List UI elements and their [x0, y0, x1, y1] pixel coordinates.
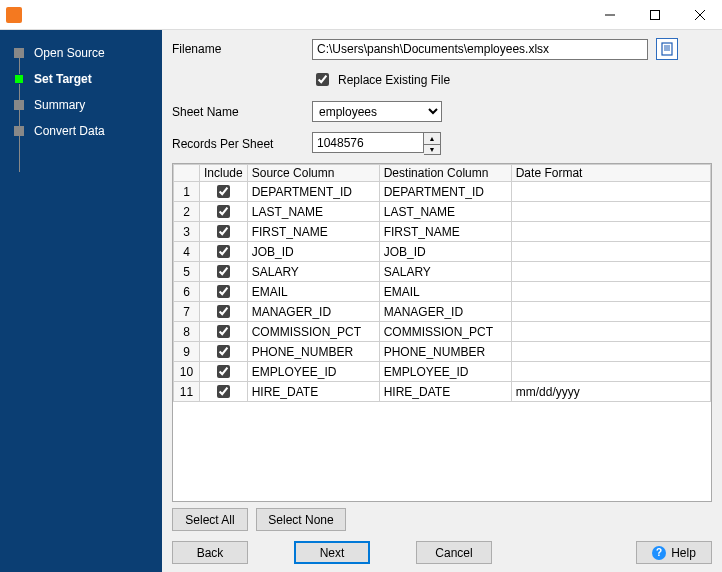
sidebar: Open Source Set Target Summary Convert D…	[0, 30, 162, 572]
row-number: 6	[174, 282, 200, 302]
table-row[interactable]: 1DEPARTMENT_IDDEPARTMENT_ID	[174, 182, 711, 202]
help-icon: ?	[652, 546, 666, 560]
help-button[interactable]: ? Help	[636, 541, 712, 564]
date-format-cell[interactable]	[511, 342, 710, 362]
sidebar-item-label: Summary	[34, 98, 85, 112]
row-number: 10	[174, 362, 200, 382]
dest-column-cell[interactable]: EMAIL	[379, 282, 511, 302]
dest-column-cell[interactable]: FIRST_NAME	[379, 222, 511, 242]
table-row[interactable]: 5SALARYSALARY	[174, 262, 711, 282]
sidebar-item-convert-data[interactable]: Convert Data	[0, 118, 162, 144]
include-checkbox[interactable]	[217, 285, 230, 298]
dest-column-cell[interactable]: COMMISSION_PCT	[379, 322, 511, 342]
browse-button[interactable]	[656, 38, 678, 60]
include-checkbox[interactable]	[217, 225, 230, 238]
close-icon	[695, 10, 705, 20]
sidebar-item-label: Open Source	[34, 46, 105, 60]
date-format-cell[interactable]	[511, 182, 710, 202]
source-column-cell[interactable]: MANAGER_ID	[247, 302, 379, 322]
row-number: 1	[174, 182, 200, 202]
source-column-cell[interactable]: LAST_NAME	[247, 202, 379, 222]
source-column-cell[interactable]: FIRST_NAME	[247, 222, 379, 242]
sheet-name-select[interactable]: employees	[312, 101, 442, 122]
source-column-cell[interactable]: COMMISSION_PCT	[247, 322, 379, 342]
include-checkbox[interactable]	[217, 245, 230, 258]
include-checkbox[interactable]	[217, 265, 230, 278]
table-row[interactable]: 6EMAILEMAIL	[174, 282, 711, 302]
sidebar-item-open-source[interactable]: Open Source	[0, 40, 162, 66]
row-number: 8	[174, 322, 200, 342]
step-node-icon	[14, 126, 24, 136]
dest-column-cell[interactable]: JOB_ID	[379, 242, 511, 262]
close-button[interactable]	[677, 0, 722, 30]
row-number: 2	[174, 202, 200, 222]
dest-column-cell[interactable]: SALARY	[379, 262, 511, 282]
table-row[interactable]: 3FIRST_NAMEFIRST_NAME	[174, 222, 711, 242]
dest-column-cell[interactable]: PHONE_NUMBER	[379, 342, 511, 362]
svg-rect-1	[650, 10, 659, 19]
sidebar-item-label: Set Target	[34, 72, 92, 86]
dest-column-cell[interactable]: DEPARTMENT_ID	[379, 182, 511, 202]
include-checkbox[interactable]	[217, 185, 230, 198]
source-column-cell[interactable]: EMAIL	[247, 282, 379, 302]
include-checkbox[interactable]	[217, 365, 230, 378]
cancel-button[interactable]: Cancel	[416, 541, 492, 564]
records-per-sheet-input[interactable]	[312, 132, 424, 153]
table-row[interactable]: 8COMMISSION_PCTCOMMISSION_PCT	[174, 322, 711, 342]
source-column-cell[interactable]: DEPARTMENT_ID	[247, 182, 379, 202]
col-source-header[interactable]: Source Column	[247, 165, 379, 182]
source-column-cell[interactable]: SALARY	[247, 262, 379, 282]
source-column-cell[interactable]: EMPLOYEE_ID	[247, 362, 379, 382]
column-grid: Include Source Column Destination Column…	[172, 163, 712, 502]
replace-existing-checkbox[interactable]	[316, 73, 329, 86]
table-row[interactable]: 9PHONE_NUMBERPHONE_NUMBER	[174, 342, 711, 362]
step-node-icon	[14, 100, 24, 110]
table-row[interactable]: 11HIRE_DATEHIRE_DATEmm/dd/yyyy	[174, 382, 711, 402]
row-number: 7	[174, 302, 200, 322]
table-row[interactable]: 2LAST_NAMELAST_NAME	[174, 202, 711, 222]
grid-corner	[174, 165, 200, 182]
source-column-cell[interactable]: JOB_ID	[247, 242, 379, 262]
col-format-header[interactable]: Date Format	[511, 165, 710, 182]
date-format-cell[interactable]: mm/dd/yyyy	[511, 382, 710, 402]
select-all-button[interactable]: Select All	[172, 508, 248, 531]
maximize-button[interactable]	[632, 0, 677, 30]
date-format-cell[interactable]	[511, 262, 710, 282]
dest-column-cell[interactable]: LAST_NAME	[379, 202, 511, 222]
include-checkbox[interactable]	[217, 345, 230, 358]
dest-column-cell[interactable]: HIRE_DATE	[379, 382, 511, 402]
table-row[interactable]: 4JOB_IDJOB_ID	[174, 242, 711, 262]
include-checkbox[interactable]	[217, 305, 230, 318]
date-format-cell[interactable]	[511, 282, 710, 302]
col-include-header[interactable]: Include	[200, 165, 248, 182]
source-column-cell[interactable]: HIRE_DATE	[247, 382, 379, 402]
next-button[interactable]: Next	[294, 541, 370, 564]
help-label: Help	[671, 546, 696, 560]
spin-down-button[interactable]: ▼	[424, 144, 440, 155]
include-checkbox[interactable]	[217, 205, 230, 218]
titlebar	[0, 0, 722, 30]
table-row[interactable]: 10EMPLOYEE_IDEMPLOYEE_ID	[174, 362, 711, 382]
dest-column-cell[interactable]: MANAGER_ID	[379, 302, 511, 322]
sidebar-item-label: Convert Data	[34, 124, 105, 138]
sidebar-item-summary[interactable]: Summary	[0, 92, 162, 118]
sidebar-item-set-target[interactable]: Set Target	[0, 66, 162, 92]
date-format-cell[interactable]	[511, 202, 710, 222]
date-format-cell[interactable]	[511, 242, 710, 262]
spin-up-button[interactable]: ▲	[424, 133, 440, 144]
dest-column-cell[interactable]: EMPLOYEE_ID	[379, 362, 511, 382]
date-format-cell[interactable]	[511, 322, 710, 342]
svg-rect-4	[662, 43, 672, 55]
date-format-cell[interactable]	[511, 302, 710, 322]
date-format-cell[interactable]	[511, 362, 710, 382]
source-column-cell[interactable]: PHONE_NUMBER	[247, 342, 379, 362]
include-checkbox[interactable]	[217, 385, 230, 398]
col-dest-header[interactable]: Destination Column	[379, 165, 511, 182]
filename-input[interactable]	[312, 39, 648, 60]
minimize-button[interactable]	[587, 0, 632, 30]
select-none-button[interactable]: Select None	[256, 508, 346, 531]
date-format-cell[interactable]	[511, 222, 710, 242]
table-row[interactable]: 7MANAGER_IDMANAGER_ID	[174, 302, 711, 322]
back-button[interactable]: Back	[172, 541, 248, 564]
include-checkbox[interactable]	[217, 325, 230, 338]
